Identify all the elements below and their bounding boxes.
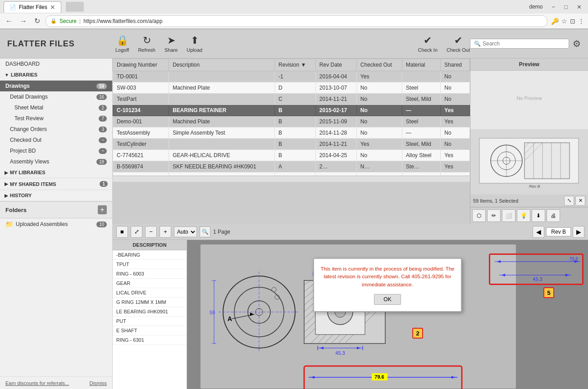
- sidebar-libraries-header[interactable]: ▼ LIBRARIES: [0, 69, 112, 81]
- viewer-toolbar: ■ ⤢ − + Auto 🔍 1 Page ◀ Rev B ▶: [113, 224, 588, 240]
- table-cell: 2…: [315, 161, 356, 172]
- sidebar-item-project-bd[interactable]: Project BD ~: [0, 145, 112, 156]
- zoom-in-button[interactable]: +: [160, 226, 171, 238]
- col-revision[interactable]: Revision ▼: [275, 59, 316, 71]
- list-item[interactable]: GEAR: [113, 279, 187, 288]
- col-checked-out[interactable]: Checked Out: [356, 59, 402, 71]
- maximize-button[interactable]: □: [561, 3, 570, 11]
- table-cell: Alloy Steel: [402, 150, 441, 161]
- folder-item-uploaded-assemblies[interactable]: 📁 Uploaded Assemblies 10: [0, 218, 112, 230]
- list-item[interactable]: RING - 6301: [113, 335, 187, 345]
- list-item[interactable]: LE BEARING #HK0901: [113, 307, 187, 317]
- refresh-icon: ↻: [143, 35, 151, 46]
- sidebar-item-assembly-views[interactable]: Assembly Views 18: [0, 156, 112, 167]
- settings-icon[interactable]: ⚙: [573, 38, 581, 49]
- table-row[interactable]: TestAssemblySimple Assembly TestB2014-11…: [113, 127, 470, 139]
- star-icon[interactable]: ☆: [561, 18, 567, 25]
- download-button[interactable]: ⬇: [532, 209, 545, 222]
- list-item[interactable]: PUT: [113, 317, 187, 326]
- next-rev-button[interactable]: ▶: [573, 226, 584, 238]
- table-row[interactable]: C-101234BEARING RETAINERB2015-02-17No—Ye…: [113, 105, 470, 116]
- extend-icon[interactable]: ⊡: [570, 18, 575, 25]
- table-row[interactable]: Demo-001Machined PlateB2015-11-09NoSteel…: [113, 116, 470, 127]
- history-triangle: ▶: [5, 193, 8, 198]
- table-row[interactable]: TestPartC2014-11-21NoSteel, MildNo: [113, 94, 470, 105]
- table-row[interactable]: TestCylinderB2014-11-21YesSteel, MildNo: [113, 139, 470, 150]
- stop-button[interactable]: ■: [116, 226, 128, 238]
- prev-rev-button[interactable]: ◀: [533, 226, 544, 238]
- col-material[interactable]: Material: [402, 59, 441, 71]
- table-row[interactable]: B-5569874SKF NEEDLE BEARING #HK0901A2…N……: [113, 161, 470, 172]
- list-item[interactable]: G RING 12MM X 1MM: [113, 298, 187, 307]
- table-row[interactable]: C-7745621GEAR-HELICAL DRIVEB2014-04-25No…: [113, 150, 470, 161]
- browser-user: demo: [527, 3, 546, 11]
- table-row[interactable]: TD-0001-12016-04-04YesNo: [113, 71, 470, 82]
- upload-button[interactable]: ⬆ Upload: [187, 35, 202, 53]
- 3d-view-button[interactable]: ⬡: [472, 209, 486, 222]
- zoom-select[interactable]: Auto: [174, 226, 197, 237]
- svg-marker-82: [501, 274, 505, 276]
- chrome-menu[interactable]: ⋮: [578, 18, 584, 25]
- col-shared[interactable]: Shared: [441, 59, 470, 71]
- table-section: Drawing Number Description Revision ▼ Re…: [113, 59, 470, 224]
- sidebar-my-libraries-header[interactable]: ▶ MY LIBRARIES: [0, 167, 112, 178]
- fit-button[interactable]: ⤢: [131, 226, 142, 238]
- earn-discounts-link[interactable]: Earn discounts for referrals...: [5, 380, 69, 386]
- sidebar-my-shared-header[interactable]: ▶ MY SHARED ITEMS 1: [0, 178, 112, 190]
- close-button[interactable]: ✕: [574, 3, 584, 11]
- sidebar-item-detail-drawings[interactable]: Detail Drawings 16: [0, 91, 112, 102]
- list-item[interactable]: TPUT: [113, 260, 187, 269]
- logoff-button[interactable]: 🔒 Logoff: [115, 35, 129, 53]
- list-item[interactable]: LICAL DRIVE: [113, 288, 187, 298]
- dismiss-link[interactable]: Dismiss: [90, 380, 107, 386]
- expand-preview-button[interactable]: ⤡: [564, 196, 574, 206]
- folder-badge: 10: [96, 222, 107, 227]
- checkin-button[interactable]: ✔ Check In: [418, 35, 438, 53]
- modal-ok-button[interactable]: OK: [374, 294, 401, 305]
- drawings-table: Drawing Number Description Revision ▼ Re…: [113, 59, 470, 176]
- col-drawing-number[interactable]: Drawing Number: [113, 59, 169, 71]
- col-shared-label: Shared: [444, 62, 462, 68]
- list-item[interactable]: -BEARING: [113, 250, 187, 260]
- minimize-button[interactable]: −: [549, 3, 558, 11]
- url-text[interactable]: https://www.flatterfiles.com/a/app: [83, 18, 542, 24]
- toolbar-right: 🔍 ⚙: [470, 38, 581, 49]
- search-input[interactable]: [483, 41, 564, 47]
- sidebar-item-test-review[interactable]: Test Review 7: [0, 113, 112, 124]
- list-item[interactable]: RING - 6003: [113, 269, 187, 279]
- zoom-out-button[interactable]: −: [145, 226, 157, 238]
- tab-close-button[interactable]: ✕: [50, 4, 55, 11]
- close-preview-button[interactable]: ✕: [575, 196, 585, 206]
- table-row[interactable]: SW-003Machined PlateD2013-10-07NoSteelNo: [113, 82, 470, 94]
- add-folder-button[interactable]: +: [98, 205, 107, 214]
- sidebar-history-header[interactable]: ▶ HISTORY: [0, 190, 112, 201]
- list-item[interactable]: E SHAFT: [113, 326, 187, 335]
- table-cell: 2013-10-07: [315, 82, 356, 94]
- checkout-button[interactable]: ✔ Check Out: [447, 35, 470, 53]
- horizontal-scrollbar[interactable]: [113, 176, 470, 182]
- edit-button[interactable]: ✏: [487, 209, 501, 222]
- col-rev-date[interactable]: Rev Date: [315, 59, 356, 71]
- back-button[interactable]: ←: [4, 16, 14, 26]
- sidebar-item-drawings[interactable]: Drawings 59: [0, 81, 112, 91]
- bulb-button[interactable]: 💡: [517, 209, 530, 222]
- search-box[interactable]: 🔍: [470, 39, 569, 49]
- table-cell: 2014-11-28: [315, 127, 356, 139]
- copy-button[interactable]: ⬜: [502, 209, 515, 222]
- table-row[interactable]: C-7712384SHAFT-INPUTA2…NoAlloy…No: [113, 172, 470, 176]
- new-tab-area[interactable]: [66, 2, 84, 12]
- sidebar-item-sheet-metal[interactable]: Sheet Metal 2: [0, 102, 112, 113]
- table-cell: C-101234: [113, 105, 169, 116]
- refresh-button[interactable]: ↻: [32, 16, 42, 26]
- sidebar-item-change-orders[interactable]: Change Orders 3: [0, 124, 112, 135]
- search-viewer-button[interactable]: 🔍: [200, 226, 210, 237]
- sidebar-item-checked-out[interactable]: Checked Out ~: [0, 135, 112, 145]
- browser-tab[interactable]: 📄 Flatter Files ✕: [4, 1, 61, 13]
- print-button[interactable]: 🖨: [547, 209, 560, 222]
- sidebar-item-dashboard[interactable]: DASHBOARD: [0, 59, 112, 69]
- forward-button[interactable]: →: [18, 16, 29, 26]
- refresh-toolbar-button[interactable]: ↻ Refresh: [138, 35, 155, 53]
- col-description[interactable]: Description: [169, 59, 275, 71]
- share-button[interactable]: ➤ Share: [164, 35, 178, 53]
- table-cell: SKF NEEDLE BEARING #HK0901: [169, 161, 275, 172]
